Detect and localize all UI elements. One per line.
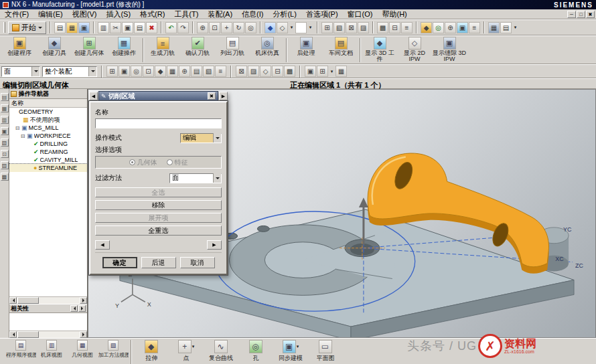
selection-toolbar-icon[interactable]: ▦: [336, 66, 347, 77]
selection-scope-dropdown[interactable]: 整个装配: [42, 66, 97, 77]
scroll-right-icon[interactable]: [80, 297, 87, 304]
navigator-hscrollbar[interactable]: [9, 296, 87, 304]
toolbar-icon[interactable]: ▾: [512, 22, 518, 33]
menu-item[interactable]: 工具(T): [169, 9, 203, 19]
dialog-action-button[interactable]: 移除: [95, 200, 222, 210]
toolbar-icon[interactable]: ▦: [488, 22, 500, 33]
menu-item[interactable]: 分析(L): [268, 9, 301, 19]
toolbar-icon[interactable]: ▣: [122, 22, 133, 33]
name-input[interactable]: [95, 118, 222, 128]
toolbar-icon[interactable]: ⊟: [389, 22, 400, 33]
tree-item[interactable]: ✔ DRILLING: [9, 140, 87, 148]
selection-toolbar-icon[interactable]: ◆: [155, 66, 166, 77]
dialog-action-button[interactable]: 展开项: [95, 213, 222, 223]
selection-toolbar-icon[interactable]: ◎: [131, 66, 142, 77]
dialog-prev-button[interactable]: ◀: [89, 92, 98, 100]
scroll-left-icon[interactable]: [9, 297, 17, 304]
feature-tool-button[interactable]: +▾ 点: [169, 340, 204, 363]
selection-toolbar-icon[interactable]: ▨: [248, 66, 259, 77]
menu-item[interactable]: 插入(S): [101, 9, 135, 19]
resource-tab[interactable]: ▥: [1, 116, 9, 124]
selection-toolbar-icon[interactable]: ▧: [203, 66, 214, 77]
menu-item[interactable]: 编辑(E): [33, 9, 68, 19]
toolbar-icon[interactable]: ▦: [66, 22, 78, 33]
collapse-left-icon[interactable]: [70, 305, 78, 312]
dialog-close-icon[interactable]: ✖: [208, 92, 216, 100]
menu-item[interactable]: 首选项(P): [301, 9, 343, 19]
expand-icon[interactable]: ⊟: [15, 125, 20, 131]
tree-item[interactable]: ● STREAMLINE: [9, 164, 87, 172]
back-button[interactable]: 后退: [141, 257, 176, 268]
start-button[interactable]: 开始: [8, 21, 46, 34]
ribbon-button[interactable]: ◆ 创建刀具: [38, 37, 71, 64]
menu-item[interactable]: 格式(R): [135, 9, 169, 19]
tree-item[interactable]: ⊟ ▣ MCS_MILL: [9, 124, 87, 132]
mode-dropdown[interactable]: 编辑: [180, 133, 222, 143]
selection-toolbar-icon[interactable]: ⊟: [272, 66, 283, 77]
menu-item[interactable]: 帮助(H): [377, 9, 411, 19]
selection-toolbar-icon[interactable]: ▤: [191, 66, 202, 77]
selection-toolbar-icon[interactable]: ▣: [119, 66, 130, 77]
feature-radio[interactable]: 特征: [167, 158, 188, 167]
feature-tool-button[interactable]: ▭ 平面图: [308, 340, 343, 363]
close-button[interactable]: ✖: [586, 11, 595, 18]
toolbar-icon[interactable]: ▾: [289, 22, 295, 33]
selection-toolbar-icon[interactable]: ▣: [305, 66, 316, 77]
resource-tab[interactable]: ▣: [1, 127, 9, 135]
dialog-next-button[interactable]: ▶: [219, 92, 228, 100]
selection-toolbar-icon[interactable]: ⊡: [143, 66, 154, 77]
toolbar-icon[interactable]: ▤: [54, 22, 66, 33]
toolbar-icon[interactable]: ⊡: [209, 22, 220, 33]
toolbar-icon[interactable]: ≡: [401, 22, 413, 33]
selection-toolbar-icon[interactable]: ▾: [329, 66, 335, 77]
menu-item[interactable]: 窗口(O): [343, 9, 378, 19]
toolbar-icon[interactable]: ◎: [245, 22, 256, 33]
feature-tool-button[interactable]: ◆ 拉伸: [134, 340, 169, 363]
menu-item[interactable]: 信息(I): [237, 9, 268, 19]
ribbon-button[interactable]: ✔ 确认刀轨: [181, 37, 214, 64]
restore-button[interactable]: □: [577, 11, 585, 18]
chevron-down-icon[interactable]: [31, 67, 40, 76]
cancel-button[interactable]: 取消: [180, 257, 215, 268]
toolbar-icon[interactable]: ⊞: [321, 22, 333, 33]
toolbar-icon[interactable]: ≡: [469, 22, 480, 33]
ribbon-button[interactable]: ◎ 机床仿真: [250, 37, 284, 64]
chevron-down-icon[interactable]: ▾: [297, 344, 299, 349]
resource-tab[interactable]: ▧: [1, 139, 9, 147]
toolbar-icon[interactable]: ◆: [265, 22, 276, 33]
ribbon-button[interactable]: ▤ 列出刀轨: [216, 37, 249, 64]
geometry-radio[interactable]: 几何体: [129, 158, 157, 167]
selection-toolbar-icon[interactable]: ▦: [167, 66, 178, 77]
scrollbar-thumb[interactable]: [17, 331, 39, 338]
tree-item[interactable]: ▦ 不使用的项: [9, 116, 87, 124]
tree-item[interactable]: ✔ CAVITY_MILL: [9, 156, 87, 164]
toolbar-icon[interactable]: ▣: [78, 22, 90, 33]
selection-toolbar-icon[interactable]: ◇: [260, 66, 271, 77]
toolbar-icon[interactable]: ◎: [433, 22, 444, 33]
ribbon-button[interactable]: ◇ 显示 2D IPW: [398, 37, 431, 64]
collapse-right-icon[interactable]: [78, 305, 86, 312]
resource-tab[interactable]: ▨: [1, 161, 9, 169]
resource-tab[interactable]: ▩: [1, 173, 9, 181]
navigator-view-button[interactable]: ▦ 几何视图: [67, 340, 98, 359]
toolbar-icon[interactable]: ⊕: [445, 22, 456, 33]
toolbar-icon[interactable]: ▥: [98, 22, 109, 33]
toolbar-icon[interactable]: ▩: [377, 22, 388, 33]
feature-tool-button[interactable]: ▣▾ 同步建模: [273, 340, 308, 363]
toolbar-icon[interactable]: ▣: [457, 22, 468, 33]
toolbar-icon[interactable]: ▾: [307, 22, 313, 33]
toolbar-icon[interactable]: ◆: [421, 22, 432, 33]
menu-item[interactable]: 文件(F): [0, 9, 33, 19]
minimize-button[interactable]: ─: [567, 11, 576, 18]
name-column-header[interactable]: 名称: [9, 99, 87, 108]
resource-tab[interactable]: ▤: [1, 93, 9, 101]
chevron-down-icon[interactable]: [213, 173, 221, 183]
toolbar-icon[interactable]: ◇: [277, 22, 288, 33]
toolbar-icon[interactable]: ▤: [134, 22, 145, 33]
ribbon-button[interactable]: ⊞ 创建几何体: [72, 37, 106, 64]
selection-toolbar-icon[interactable]: ⊠: [236, 66, 247, 77]
menu-item[interactable]: 装配(A): [203, 9, 237, 19]
navigator-header[interactable]: 操作导航器: [9, 89, 87, 99]
ribbon-button[interactable]: ◆ 显示 3D 工件: [363, 37, 396, 64]
ok-button[interactable]: 确定: [102, 257, 137, 268]
